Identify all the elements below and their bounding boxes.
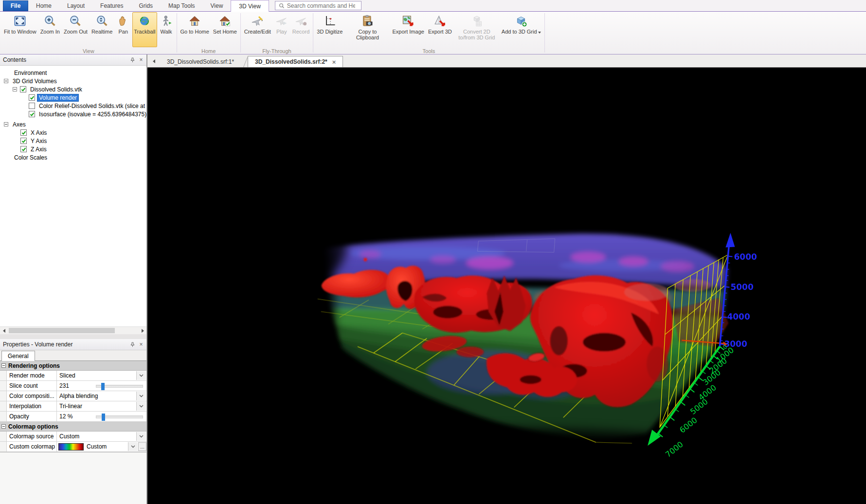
contents-panel-title: Contents: [3, 56, 26, 63]
doc-tab-2-active[interactable]: 3D_DissolvedSolids.srf:2* ×: [248, 56, 343, 67]
dropdown-chevron-icon[interactable]: [136, 392, 146, 400]
tab-features[interactable]: Features: [92, 0, 131, 11]
realtime-zoom-button[interactable]: Realtime: [90, 12, 114, 47]
button-label: Set Home: [213, 29, 237, 35]
scroll-left-icon[interactable]: [0, 327, 8, 334]
dropdown-chevron-icon[interactable]: [136, 371, 146, 380]
tab-close-icon[interactable]: ×: [332, 59, 336, 65]
tree-item-z-axis[interactable]: Z Axis: [0, 145, 146, 153]
checkbox-checked[interactable]: [29, 111, 35, 117]
dropdown-chevron-icon[interactable]: [136, 402, 146, 411]
pan-button[interactable]: Pan: [115, 12, 131, 47]
pin-icon[interactable]: [129, 56, 136, 63]
tab-general[interactable]: General: [1, 351, 35, 361]
tab-map-tools[interactable]: Map Tools: [161, 0, 202, 11]
export-image-button[interactable]: Export Image: [391, 12, 425, 47]
convert-2d-3d-icon: [470, 14, 484, 28]
property-value: Sliced: [59, 372, 75, 379]
add-to-3d-grid-button[interactable]: Add to 3D Grid: [500, 12, 542, 47]
export-3d-button[interactable]: Export 3D: [427, 12, 453, 47]
tree-item-environment[interactable]: Environment: [0, 69, 146, 77]
record-button[interactable]: Record: [291, 12, 311, 47]
scrollbar-thumb[interactable]: [9, 328, 115, 333]
doc-tab-1[interactable]: 3D_DissolvedSolids.srf:1*: [160, 56, 241, 67]
tree-item-y-axis[interactable]: Y Axis: [0, 137, 146, 145]
tab-scroll-left-icon[interactable]: [147, 55, 160, 67]
collapse-expander-icon[interactable]: [1, 363, 6, 368]
tab-layout[interactable]: Layout: [59, 0, 92, 11]
group-label-tools: Tools: [315, 48, 542, 54]
z-axis-label: 6000: [734, 252, 757, 262]
dropdown-chevron-icon[interactable]: [128, 442, 138, 451]
walk-button[interactable]: Walk: [158, 12, 175, 47]
group-label-fly-through: Fly-Through: [242, 48, 312, 54]
collapse-expander-icon[interactable]: [1, 424, 6, 429]
tree-item-color-scales[interactable]: Color Scales: [0, 153, 146, 162]
tree-item-x-axis[interactable]: X Axis: [0, 128, 146, 137]
tree-item-3d-grid-volumes[interactable]: 3D Grid Volumes: [0, 77, 146, 85]
go-to-home-button[interactable]: Go to Home: [179, 12, 211, 47]
pin-icon[interactable]: [129, 341, 136, 348]
convert-2d-3d-button[interactable]: Convert 2D to/from 3D Grid: [454, 12, 499, 47]
play-button[interactable]: Play: [273, 12, 290, 47]
slice-count-slider[interactable]: [96, 385, 143, 388]
tree-item-axes[interactable]: Axes: [0, 120, 146, 128]
checkbox-checked[interactable]: [20, 86, 26, 92]
tab-3d-view[interactable]: 3D View: [231, 0, 269, 12]
fit-to-window-button[interactable]: Fit to Window: [2, 12, 38, 47]
tab-view[interactable]: View: [203, 0, 231, 11]
tab-file[interactable]: File: [3, 0, 28, 11]
button-label: Go to Home: [180, 29, 209, 35]
collapse-expander-icon[interactable]: [13, 87, 17, 91]
opacity-slider[interactable]: [96, 415, 143, 418]
collapse-expander-icon[interactable]: [4, 79, 8, 83]
checkbox-checked[interactable]: [20, 138, 27, 144]
panel-splitter[interactable]: [0, 334, 146, 339]
property-row-interpolation: Interpolation Tri-linear: [0, 401, 146, 412]
plane-play-icon: [275, 14, 289, 28]
copy-to-clipboard-button[interactable]: Copy to Clipboard: [345, 12, 390, 47]
trackball-globe-icon: [138, 14, 151, 28]
document-tab-bar: 3D_DissolvedSolids.srf:1* 3D_DissolvedSo…: [147, 54, 866, 67]
3d-viewport[interactable]: 6000 5000 4000 3000: [147, 67, 866, 504]
zoom-out-button[interactable]: Zoom Out: [62, 12, 89, 47]
scroll-right-icon[interactable]: [139, 327, 146, 334]
tab-home[interactable]: Home: [28, 0, 59, 11]
trackball-button[interactable]: Trackball: [132, 12, 157, 47]
property-value: 12 %: [59, 413, 72, 420]
section-colormap-options[interactable]: Colormap options: [0, 422, 146, 432]
search-input[interactable]: [287, 2, 355, 9]
tree-item-dissolved-solids[interactable]: Dissolved Solids.vtk: [0, 85, 146, 93]
tab-grids[interactable]: Grids: [131, 0, 161, 11]
plane-record-icon: [294, 14, 308, 28]
create-edit-button[interactable]: Create/Edit: [243, 12, 272, 47]
section-header-label: Colormap options: [8, 423, 58, 430]
set-home-button[interactable]: Set Home: [212, 12, 238, 47]
checkbox-checked[interactable]: [20, 129, 27, 136]
property-value: 231: [59, 382, 69, 389]
checkbox-unchecked[interactable]: [29, 103, 35, 109]
checkbox-checked[interactable]: [20, 146, 27, 152]
colormap-swatch[interactable]: [58, 443, 84, 450]
close-icon[interactable]: ×: [138, 56, 144, 63]
tree-item-label: Axes: [11, 121, 27, 128]
tree-item-color-relief[interactable]: Color Relief-Dissolved Solids.vtk (slice…: [0, 102, 146, 110]
dropdown-chevron-icon[interactable]: [136, 432, 146, 441]
contents-horizontal-scrollbar[interactable]: [0, 326, 146, 334]
colormap-more-button[interactable]: ...: [138, 442, 146, 451]
property-grid: Rendering options Render mode Sliced Sli…: [0, 361, 146, 452]
button-label: Export Image: [392, 29, 424, 35]
properties-tab-bar: General: [0, 350, 146, 361]
properties-panel-title: Properties - Volume render: [3, 341, 72, 348]
digitize-axes-icon: [323, 14, 337, 28]
tree-item-isosurface[interactable]: Isosurface (isovalue = 4255.6396484375): [0, 110, 146, 118]
section-rendering-options[interactable]: Rendering options: [0, 361, 146, 371]
3d-digitize-button[interactable]: 3D Digitize: [315, 12, 344, 47]
checkbox-checked[interactable]: [29, 94, 35, 101]
close-icon[interactable]: ×: [138, 341, 144, 348]
zoom-in-button[interactable]: Zoom In: [39, 12, 61, 47]
property-value: Tri-linear: [59, 403, 82, 410]
tree-item-volume-render[interactable]: Volume render: [0, 93, 146, 102]
button-label: Convert 2D to/from 3D Grid: [456, 29, 498, 40]
collapse-expander-icon[interactable]: [4, 122, 8, 126]
